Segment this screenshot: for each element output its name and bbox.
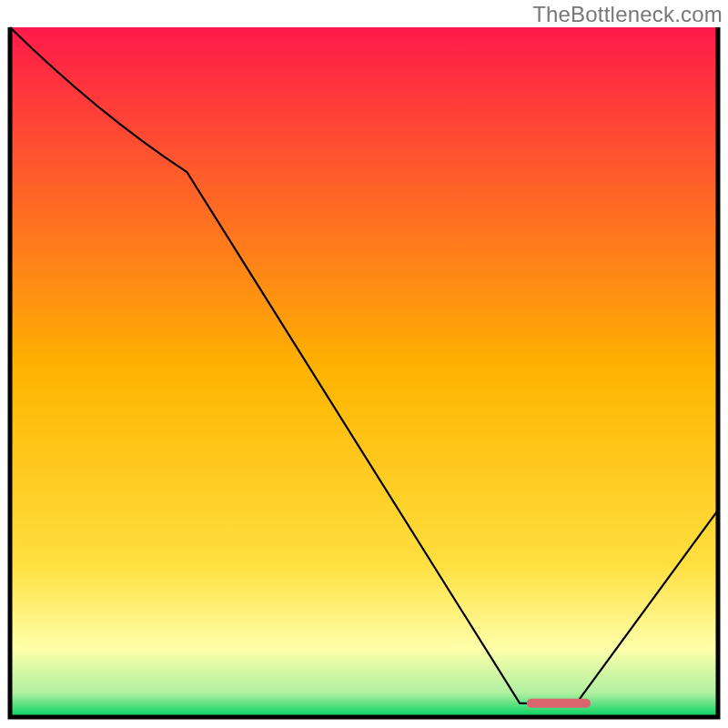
- gradient-background: [10, 27, 718, 717]
- bottleneck-chart: [0, 0, 728, 728]
- chart-frame: TheBottleneck.com: [0, 0, 728, 728]
- optimum-marker: [527, 699, 591, 708]
